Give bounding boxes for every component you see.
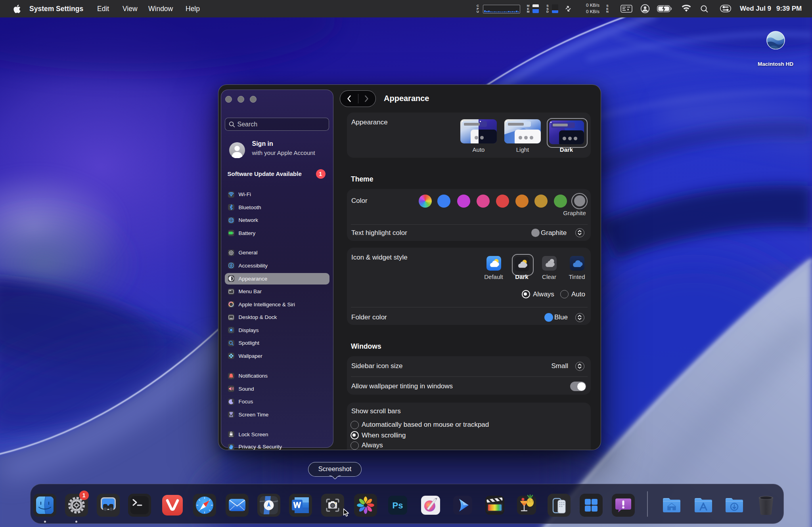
svg-text:Ps: Ps <box>393 500 403 510</box>
